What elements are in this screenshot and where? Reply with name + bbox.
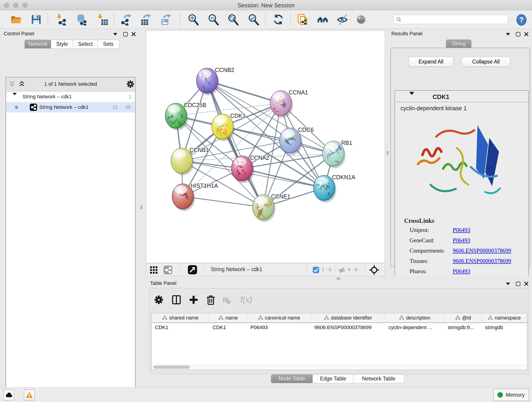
toolbar-separator xyxy=(180,13,181,26)
section-collapse-icon[interactable] xyxy=(409,95,414,99)
maximize-panel-icon[interactable] xyxy=(515,281,521,287)
gene-section-header[interactable]: CDK1 xyxy=(395,92,528,102)
collection-count: 1 xyxy=(129,94,132,100)
right-divider-grip[interactable] xyxy=(386,151,389,155)
table-cell[interactable]: CDK1 xyxy=(209,323,247,332)
export-network-icon[interactable] xyxy=(120,13,132,26)
crosslink-link[interactable]: P06493 xyxy=(453,227,470,233)
help-icon[interactable]: ? xyxy=(515,14,527,26)
selected-checkbox-icon[interactable] xyxy=(312,267,319,274)
cloud-status-button[interactable] xyxy=(3,389,14,400)
tab-sets[interactable]: Sets xyxy=(97,40,119,49)
apply-layout-icon[interactable] xyxy=(272,13,284,26)
table-cell[interactable]: P06493 xyxy=(247,323,311,332)
column-header-namespace[interactable]: namespace xyxy=(482,313,527,322)
first-neighbors-icon[interactable] xyxy=(317,13,329,26)
close-panel-icon[interactable] xyxy=(131,31,137,37)
float-panel-icon[interactable] xyxy=(505,281,511,287)
close-panel-icon[interactable] xyxy=(523,281,529,287)
float-panel-icon[interactable] xyxy=(505,31,511,37)
table-cell[interactable]: cyclin-dependent ... xyxy=(385,323,444,332)
column-header-shared-name[interactable]: shared name xyxy=(152,313,209,322)
search-icon xyxy=(396,17,402,22)
export-image-icon[interactable] xyxy=(160,13,172,26)
close-panel-icon[interactable] xyxy=(523,31,529,37)
delete-column-trash-icon[interactable] xyxy=(206,295,216,305)
network-options-gear-icon[interactable] xyxy=(126,80,135,89)
import-network-icon[interactable] xyxy=(56,13,68,26)
tab-edge-table[interactable]: Edge Table xyxy=(312,374,354,383)
tab-select[interactable]: Select xyxy=(73,40,98,49)
save-session-icon[interactable] xyxy=(30,13,42,26)
table-options-gear-icon[interactable] xyxy=(154,295,164,305)
collapse-all-button[interactable]: Collapse All xyxy=(462,57,510,67)
crosslink-link[interactable]: P06493 xyxy=(453,237,470,244)
bottom-divider-grip[interactable] xyxy=(336,277,341,280)
network-graph[interactable]: CCNB2CCNA1CDC25BCDK1CDC6RB1CCNB1CCNA2CDK… xyxy=(146,31,385,263)
table-cell[interactable]: 9606.ENSP00000378699 xyxy=(311,323,385,332)
warnings-button[interactable] xyxy=(24,389,35,400)
crosslink-link[interactable]: 9606.ENSP00000378699 xyxy=(453,258,511,264)
cytoscape-window: Session: New Session xyxy=(0,0,532,402)
hidden-elements-icon[interactable] xyxy=(338,267,346,274)
show-graphics-details-icon[interactable] xyxy=(355,13,367,26)
tab-node-table[interactable]: Node Table xyxy=(271,374,313,383)
hide-selection-icon[interactable] xyxy=(336,13,348,26)
zoom-in-icon[interactable] xyxy=(187,13,199,26)
column-header--id[interactable]: @id xyxy=(444,313,482,322)
export-table-icon[interactable] xyxy=(140,13,152,26)
network-collection-row[interactable]: String Network – cdk1 1 xyxy=(6,91,135,102)
expand-all-button[interactable]: Expand All xyxy=(409,57,453,67)
show-columns-icon[interactable] xyxy=(171,295,181,305)
toolbar-separator xyxy=(48,13,48,26)
tab-network-table[interactable]: Network Table xyxy=(353,374,404,383)
add-column-icon[interactable] xyxy=(189,295,199,305)
collection-expand-icon[interactable] xyxy=(13,95,17,101)
import-table-icon[interactable] xyxy=(97,13,109,26)
import-network-from-database-icon[interactable] xyxy=(76,13,88,26)
scrollbar-thumb[interactable] xyxy=(153,366,190,369)
table-cell[interactable]: CDK1 xyxy=(152,323,209,332)
table-cell[interactable]: stringdb:9... xyxy=(444,323,482,332)
tab-style[interactable]: Style xyxy=(51,40,73,49)
table-cell[interactable]: stringdb xyxy=(482,323,527,332)
toolbar-separator xyxy=(265,13,266,26)
network-overview-icon[interactable] xyxy=(164,266,172,274)
network-canvas[interactable]: CCNB2CCNA1CDC25BCDK1CDC6RB1CCNB1CCNA2CDK… xyxy=(146,31,385,263)
crosslink-row: GeneCard:P06493 xyxy=(410,237,524,244)
zoom-selected-icon[interactable] xyxy=(247,13,259,26)
tab-network[interactable]: Network xyxy=(25,40,51,49)
duplicate-network-icon[interactable] xyxy=(297,13,309,26)
node-label-CCNB2: CCNB2 xyxy=(215,67,234,73)
node-label-CCNB1: CCNB1 xyxy=(190,147,209,153)
crosslinks-title: CrossLinks xyxy=(404,217,434,224)
zoom-fit-content-icon[interactable] xyxy=(227,13,239,26)
gene-description: cyclin-dependent kinase 1 xyxy=(400,105,467,112)
maximize-panel-icon[interactable] xyxy=(122,31,128,37)
open-session-icon[interactable] xyxy=(10,13,22,26)
float-panel-icon[interactable] xyxy=(112,31,118,37)
memory-button[interactable]: Memory xyxy=(493,389,529,401)
tab-string[interactable]: String xyxy=(446,39,472,48)
crosslink-link[interactable]: P06493 xyxy=(453,268,470,274)
maximize-panel-icon[interactable] xyxy=(515,31,521,37)
network-view-toolbar: String Network – cdk1 1 - 0 0 - 0 xyxy=(146,263,385,276)
toolbar-separator xyxy=(290,13,291,26)
table-horizontal-scrollbar[interactable] xyxy=(152,365,527,370)
navigator-grid-icon[interactable] xyxy=(150,266,158,274)
column-header-canonical-name[interactable]: canonical name xyxy=(247,313,311,322)
control-panel: Control Panel NetworkStyleSelectSets 1 o… xyxy=(0,29,142,387)
table-row[interactable]: CDK1CDK1P064939606.ENSP00000378699cyclin… xyxy=(152,323,527,332)
network-row[interactable]: String Network – cdk1 11 48 xyxy=(6,102,135,113)
detach-view-icon[interactable] xyxy=(188,265,197,274)
search-input[interactable] xyxy=(402,16,505,23)
column-header-description[interactable]: description xyxy=(385,313,445,322)
left-divider-grip[interactable] xyxy=(140,205,143,210)
birds-eye-crosshair-icon[interactable] xyxy=(369,265,380,275)
crosslink-link[interactable]: 9606.ENSP00000378699 xyxy=(453,248,511,254)
column-header-database-identifier[interactable]: database identifier xyxy=(311,313,385,322)
memory-label: Memory xyxy=(506,392,525,398)
zoom-out-icon[interactable] xyxy=(207,13,219,26)
node-label-CCNE1: CCNE1 xyxy=(271,193,291,200)
column-header-name[interactable]: name xyxy=(209,313,247,322)
